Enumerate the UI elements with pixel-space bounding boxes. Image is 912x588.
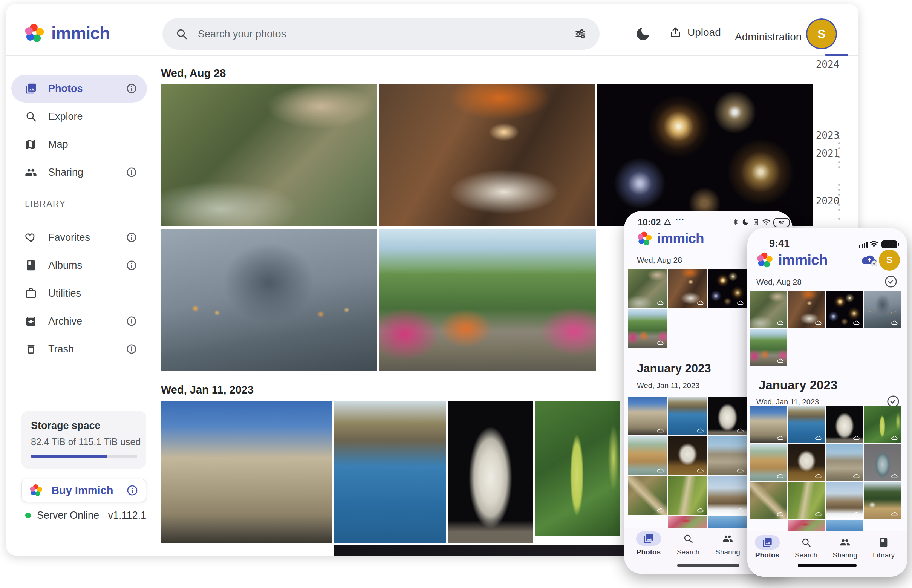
timeline-year[interactable]: 2023: [814, 130, 841, 141]
battery-icon: [881, 241, 897, 248]
sidebar-item-explore[interactable]: Explore: [11, 103, 147, 131]
thumb-beach-cliff[interactable]: [628, 436, 667, 475]
photo-coastal-town[interactable]: [334, 401, 446, 543]
immich-flower-icon: [29, 484, 43, 497]
dark-mode-toggle[interactable]: [634, 26, 651, 42]
app-logo-text: immich: [778, 252, 828, 268]
sidebar-item-albums[interactable]: Albums: [11, 251, 147, 279]
thumb-lizard-2[interactable]: [668, 477, 707, 515]
info-icon[interactable]: [126, 260, 137, 271]
thumb-flowers[interactable]: [788, 520, 825, 531]
sidebar-item-map[interactable]: Map: [11, 131, 147, 158]
buy-immich-button[interactable]: Buy Immich: [21, 479, 146, 502]
home-indicator[interactable]: [798, 564, 857, 567]
sidebar-item-trash[interactable]: Trash: [11, 335, 147, 363]
thumb-jungle-monkeys[interactable]: [628, 269, 667, 308]
sharing-people-icon: [839, 537, 850, 548]
month-header: January 2023: [637, 362, 711, 375]
thumb-holding-hands[interactable]: [864, 291, 901, 328]
photo-garden-path[interactable]: [379, 229, 596, 371]
info-icon[interactable]: [126, 343, 137, 355]
storage-progress-bar: [31, 455, 137, 458]
user-avatar[interactable]: S: [807, 19, 836, 48]
sidebar-item-sharing[interactable]: Sharing: [11, 158, 147, 186]
timeline-year[interactable]: 2021: [814, 148, 841, 159]
nav-label: Library: [865, 551, 902, 559]
info-icon[interactable]: [126, 232, 137, 243]
album-icon: [25, 259, 37, 271]
thumb-alpine-farm[interactable]: [864, 482, 901, 519]
sharing-people-icon: [722, 533, 733, 544]
thumb-lizard-1[interactable]: [628, 477, 667, 515]
thumb-garden-path[interactable]: [750, 329, 787, 366]
thumb-autumn-dinner-table[interactable]: [788, 291, 825, 328]
thumb-marble-sculpture[interactable]: [668, 436, 707, 475]
photo-jungle-monkeys[interactable]: [161, 84, 377, 226]
user-avatar[interactable]: S: [879, 250, 900, 271]
info-icon[interactable]: [126, 485, 138, 496]
thumb-castle-ruins[interactable]: [826, 444, 863, 481]
search-filters-icon[interactable]: [574, 27, 587, 40]
timeline-scrubber-handle[interactable]: [825, 53, 848, 56]
sidebar-item-favorites[interactable]: Favorites: [11, 223, 147, 251]
thumb-snowy-village[interactable]: [708, 477, 747, 515]
thumb-sea-grape-berries[interactable]: [864, 406, 901, 443]
data-saver-icon: [663, 218, 671, 226]
thumb-marble-bust[interactable]: [826, 406, 863, 443]
home-indicator[interactable]: [677, 564, 739, 567]
administration-link[interactable]: Administration: [735, 31, 802, 43]
thumb-autumn-dinner-table[interactable]: [668, 269, 707, 308]
select-all-check-icon[interactable]: [884, 275, 897, 288]
status-time: 9:41: [769, 238, 789, 250]
photo-sea-grape-berries[interactable]: [535, 401, 620, 536]
thumb-beach-cliff[interactable]: [750, 444, 787, 481]
storage-progress-fill: [31, 455, 107, 458]
info-icon[interactable]: [126, 83, 137, 94]
backup-cloud-icon[interactable]: [860, 251, 878, 267]
thumb-castle-ruins[interactable]: [708, 436, 747, 475]
photo-holding-hands[interactable]: [161, 229, 377, 371]
thumb-ornate-silver[interactable]: [864, 444, 901, 481]
app-logo: immich: [756, 251, 828, 269]
timeline-tick: [838, 189, 840, 191]
battery-nub: [898, 243, 899, 246]
thumb-jungle-monkeys[interactable]: [750, 291, 787, 328]
thumb-blue-sky[interactable]: [708, 516, 747, 528]
date-group-header: Wed, Aug 28: [161, 67, 226, 79]
thumb-lizard-1[interactable]: [750, 482, 787, 519]
thumb-flowers[interactable]: [668, 516, 707, 528]
timeline-year[interactable]: 2024: [814, 59, 841, 70]
search-icon: [175, 27, 188, 40]
search-icon: [683, 533, 693, 544]
search-input[interactable]: Search your photos: [162, 18, 600, 50]
timeline-tick: [838, 157, 840, 158]
timeline-tick: [838, 184, 840, 186]
sidebar-item-archive[interactable]: Archive: [11, 307, 147, 335]
thumb-fireworks[interactable]: [826, 291, 863, 328]
sidebar-item-utilities[interactable]: Utilities: [11, 279, 147, 307]
thumb-garden-path[interactable]: [628, 309, 667, 347]
sidebar-item-photos[interactable]: Photos: [11, 74, 147, 103]
photo-marble-bust[interactable]: [448, 401, 533, 543]
photo-fireworks[interactable]: [597, 84, 812, 226]
thumb-marble-sculpture[interactable]: [788, 444, 825, 481]
thumb-lizard-2[interactable]: [788, 482, 825, 519]
thumb-fortress-walls[interactable]: [750, 406, 787, 443]
thumb-fortress-walls[interactable]: [628, 397, 667, 435]
thumb-fireworks[interactable]: [708, 269, 747, 308]
app-logo[interactable]: immich: [24, 23, 110, 44]
thumb-marble-bust[interactable]: [708, 397, 747, 435]
nav-label: Photos: [749, 551, 786, 559]
info-icon[interactable]: [126, 166, 137, 178]
timeline-year[interactable]: 2020: [814, 195, 841, 207]
photo-autumn-dinner-table[interactable]: [379, 84, 595, 226]
buy-immich-label: Buy Immich: [51, 485, 113, 497]
thumb-blue-sky[interactable]: [826, 520, 863, 531]
thumb-coastal-town[interactable]: [668, 397, 707, 435]
thumb-coastal-town[interactable]: [788, 406, 825, 443]
thumb-snowy-village[interactable]: [826, 482, 863, 519]
nav-label: Photos: [630, 548, 667, 556]
info-icon[interactable]: [126, 315, 137, 327]
upload-button[interactable]: Upload: [668, 26, 721, 39]
photo-fortress-walls[interactable]: [161, 401, 332, 543]
